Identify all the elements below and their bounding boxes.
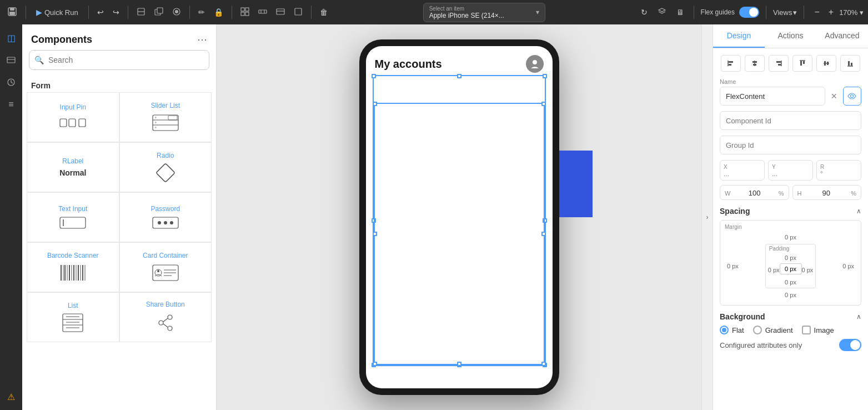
sidebar-icon-components[interactable]: ◫ [2,29,20,47]
frame-tool[interactable] [291,5,305,20]
x-field[interactable]: X ... [720,160,765,181]
radio-preview [155,163,175,183]
w-label: W [725,190,730,197]
flex-guides-toggle[interactable] [739,7,759,18]
align-right-button[interactable] [769,55,789,72]
spacing-collapse-button[interactable]: ∧ [856,207,861,215]
group-tool-1[interactable] [238,5,252,20]
component-input-pin[interactable]: Input Pin [27,92,119,142]
sidebar-icon-warning[interactable]: ⚠ [2,388,20,406]
separator-3 [128,6,128,19]
component-barcode-scanner[interactable]: Barcode Scanner [27,242,119,292]
zoom-level-display[interactable]: 170% ▾ [839,8,864,17]
inner-handle-mr[interactable] [541,232,546,236]
align-bottom-button[interactable] [840,55,860,72]
group-tool-2[interactable] [255,5,270,20]
background-collapse-button[interactable]: ∧ [856,313,861,321]
svg-rect-79 [800,61,802,66]
sidebar-icon-screens[interactable]: ≡ [2,96,20,113]
bg-flat-radio[interactable] [720,326,729,334]
bg-image-checkbox[interactable] [802,326,811,334]
component-rlabel[interactable]: RLabel Normal [27,142,119,192]
align-left-button[interactable] [721,55,741,72]
group-id-input[interactable] [720,136,861,154]
layer-tool-2[interactable] [152,5,166,20]
inner-handle-ml[interactable] [373,232,377,236]
zoom-plus-button[interactable]: + [825,6,837,18]
collapse-right-panel-button[interactable]: › [701,24,713,410]
sidebar-icon-assets[interactable] [2,73,20,91]
redo-button[interactable]: ↪ [110,6,122,19]
align-center-v-button[interactable] [816,55,836,72]
inner-handle-tr[interactable] [541,102,546,106]
desktop-icon[interactable]: 🖥 [674,6,687,19]
align-center-h-button[interactable] [745,55,765,72]
svg-rect-22 [60,119,67,127]
bg-flat-option[interactable]: Flat [720,326,744,334]
device-selector[interactable]: Select an item Apple iPhone SE (214×... … [423,3,545,22]
align-top-button[interactable] [792,55,812,72]
components-menu-button[interactable]: ⋯ [197,33,207,46]
views-button[interactable]: Views ▾ [773,8,797,17]
undo-button[interactable]: ↩ [94,6,107,19]
r-field[interactable]: R ° [816,160,861,181]
handle-bottom-left[interactable] [372,363,376,367]
quick-run-button[interactable]: ▶ Quick Run [32,6,83,19]
padding-center-input[interactable] [780,263,802,277]
bg-gradient-radio[interactable] [753,326,762,334]
list-label: List [68,302,78,309]
svg-rect-9 [241,8,244,11]
tab-design[interactable]: Design [713,24,765,48]
visibility-button[interactable] [843,87,861,106]
trash-button[interactable]: 🗑 [317,6,330,19]
r-value: ° [820,170,857,178]
padding-bottom-value: 0 px [768,279,814,286]
component-radio[interactable]: Radio [119,142,212,192]
bg-image-option[interactable]: Image [802,326,834,334]
y-field[interactable]: Y ... [768,160,813,181]
w-field[interactable]: W 100 % [720,185,789,200]
lock-tool[interactable]: 🔒 [211,6,226,19]
handle-top-left[interactable] [372,74,376,78]
save-icon[interactable] [4,4,20,21]
sidebar-icon-layers[interactable] [2,51,20,69]
component-share-button[interactable]: Share Button [119,292,212,342]
handle-bottom-middle[interactable] [457,363,461,367]
handle-top-middle[interactable] [457,74,461,78]
svg-point-64 [168,315,172,319]
search-input[interactable] [29,50,209,70]
layer-tool-3[interactable] [169,5,184,20]
padding-center-value[interactable] [780,263,802,274]
handle-bottom-right[interactable] [543,363,547,367]
inner-handle-br[interactable] [541,362,546,366]
refresh-icon[interactable]: ↻ [638,6,650,19]
name-clear-button[interactable]: ✕ [829,91,840,102]
name-input[interactable] [720,87,825,106]
inner-handle-bl[interactable] [373,362,377,366]
component-text-input[interactable]: Text Input [27,192,119,242]
layers-icon[interactable] [655,5,669,20]
component-id-input[interactable] [720,111,861,130]
configured-toggle[interactable] [839,339,861,351]
pen-tool[interactable]: ✏ [195,6,208,19]
svg-rect-31 [168,116,177,120]
tab-actions[interactable]: Actions [765,24,816,48]
zoom-minus-button[interactable]: − [811,6,822,18]
handle-top-right[interactable] [543,74,547,78]
h-field[interactable]: H 90 % [792,185,862,200]
handle-middle-left[interactable] [372,218,376,223]
tab-advanced[interactable]: Advanced [816,24,868,48]
component-list[interactable]: List [27,292,119,342]
group-tool-3[interactable] [273,5,288,20]
group-id-group [720,136,861,154]
component-password[interactable]: Password [119,192,212,242]
inner-handle-bm[interactable] [457,362,461,366]
inner-handle-tl[interactable] [373,102,377,106]
share-button-preview [154,312,177,334]
layer-tool-1[interactable] [134,5,148,20]
handle-middle-right[interactable] [543,218,547,223]
bg-gradient-option[interactable]: Gradient [753,326,793,334]
component-slider-list[interactable]: Slider List ≡ ≡ ≡ [119,92,212,142]
share-button-label: Share Button [146,301,185,308]
component-card-container[interactable]: Card Container [119,242,212,292]
